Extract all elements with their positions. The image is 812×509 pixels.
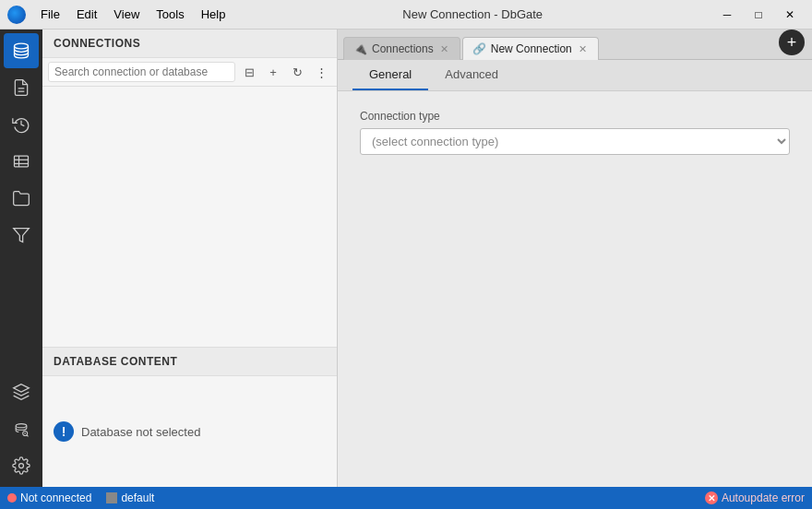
maximize-button[interactable]: □ [744, 4, 773, 26]
error-icon: ✕ [705, 491, 718, 504]
db-eye-icon [12, 420, 30, 438]
icon-bar [0, 30, 42, 487]
status-dot-icon [7, 493, 17, 503]
add-tab-button[interactable]: + [779, 30, 805, 55]
menu-view[interactable]: View [106, 6, 147, 23]
history-icon [12, 115, 30, 134]
refresh-connections-btn[interactable]: ↻ [287, 62, 307, 82]
status-bar: Not connected default ✕ Autoupdate error [0, 487, 812, 509]
default-label: default [121, 491, 154, 504]
svg-point-9 [16, 424, 27, 428]
autoupdate-error: ✕ Autoupdate error [705, 491, 805, 504]
connections-tab-close[interactable]: ✕ [438, 43, 450, 55]
settings-icon [12, 456, 30, 475]
svg-marker-8 [14, 385, 30, 392]
connections-tab-label: Connections [372, 42, 434, 55]
form-area: Connection type (select connection type) [338, 91, 812, 487]
svg-point-13 [19, 464, 24, 468]
sidebar-item-settings[interactable] [4, 448, 39, 483]
db-content-header: DATABASE CONTENT [42, 348, 337, 376]
menu-tools[interactable]: Tools [149, 6, 191, 23]
menu-help[interactable]: Help [194, 6, 233, 23]
more-options-btn[interactable]: ⋮ [311, 62, 331, 82]
file-icon [12, 78, 30, 97]
new-connection-tab-close[interactable]: ✕ [577, 43, 589, 55]
connection-type-select[interactable]: (select connection type) [360, 128, 790, 155]
search-input[interactable] [48, 62, 235, 82]
title-bar: File Edit View Tools Help New Connection… [0, 0, 812, 30]
svg-marker-7 [14, 229, 30, 243]
tab-general[interactable]: General [352, 60, 428, 90]
autoupdate-error-label: Autoupdate error [722, 491, 805, 504]
svg-rect-3 [15, 156, 29, 167]
folder-icon [12, 189, 30, 207]
inner-tab-bar: General Advanced [338, 60, 812, 91]
db-not-selected-message: Database not selected [81, 425, 200, 439]
menu-bar[interactable]: File Edit View Tools Help [33, 6, 233, 23]
sidebar-item-connections[interactable] [4, 33, 39, 68]
close-button[interactable]: ✕ [775, 4, 805, 26]
database-icon [12, 41, 30, 60]
default-square-icon [106, 492, 117, 503]
menu-file[interactable]: File [33, 6, 67, 23]
svg-point-11 [24, 432, 26, 434]
sidebar-item-tables[interactable] [4, 144, 39, 179]
tab-bar: 🔌 Connections ✕ 🔗 New Connection ✕ + [338, 30, 812, 60]
database-content-section: DATABASE CONTENT ! Database not selected [42, 347, 337, 487]
info-icon: ! [54, 421, 74, 442]
layers-icon [12, 383, 30, 401]
menu-edit[interactable]: Edit [69, 6, 104, 23]
svg-line-12 [27, 435, 29, 437]
connections-header: CONNECTIONS [42, 30, 337, 58]
window-title: New Connection - DbGate [233, 7, 712, 21]
filter-icon [12, 226, 30, 244]
connections-tab-icon: 🔌 [353, 42, 367, 55]
sidebar-item-folder[interactable] [4, 181, 39, 216]
main-content: 🔌 Connections ✕ 🔗 New Connection ✕ + Gen… [338, 30, 812, 487]
svg-point-0 [15, 43, 29, 49]
minimize-button[interactable]: ─ [712, 4, 742, 26]
connections-list-empty [42, 87, 337, 347]
add-connection-btn[interactable]: + [263, 62, 283, 82]
new-connection-tab[interactable]: 🔗 New Connection ✕ [462, 37, 599, 60]
main-layout: CONNECTIONS ⊟ + ↻ ⋮ DATABASE CONTENT ! D… [0, 30, 812, 487]
sidebar-panel: CONNECTIONS ⊟ + ↻ ⋮ DATABASE CONTENT ! D… [42, 30, 338, 487]
default-status: default [106, 491, 154, 504]
not-connected-label: Not connected [20, 491, 91, 504]
sidebar-item-history[interactable] [4, 107, 39, 142]
sidebar-item-db-view[interactable] [4, 411, 39, 446]
connection-type-label: Connection type [360, 110, 790, 123]
app-logo [7, 6, 26, 24]
connection-status: Not connected [7, 491, 91, 504]
sidebar-item-layers[interactable] [4, 374, 39, 409]
sidebar-item-files[interactable] [4, 70, 39, 105]
window-controls[interactable]: ─ □ ✕ [712, 4, 805, 26]
sidebar-item-filter[interactable] [4, 218, 39, 253]
table-icon [12, 152, 30, 171]
tab-advanced[interactable]: Advanced [428, 60, 515, 90]
db-content-area: ! Database not selected [42, 376, 337, 487]
connections-tab[interactable]: 🔌 Connections ✕ [343, 37, 460, 60]
filter-icon-btn[interactable]: ⊟ [239, 62, 259, 82]
new-connection-tab-label: New Connection [491, 42, 572, 55]
search-bar: ⊟ + ↻ ⋮ [42, 58, 337, 87]
new-connection-tab-icon: 🔗 [472, 42, 486, 55]
